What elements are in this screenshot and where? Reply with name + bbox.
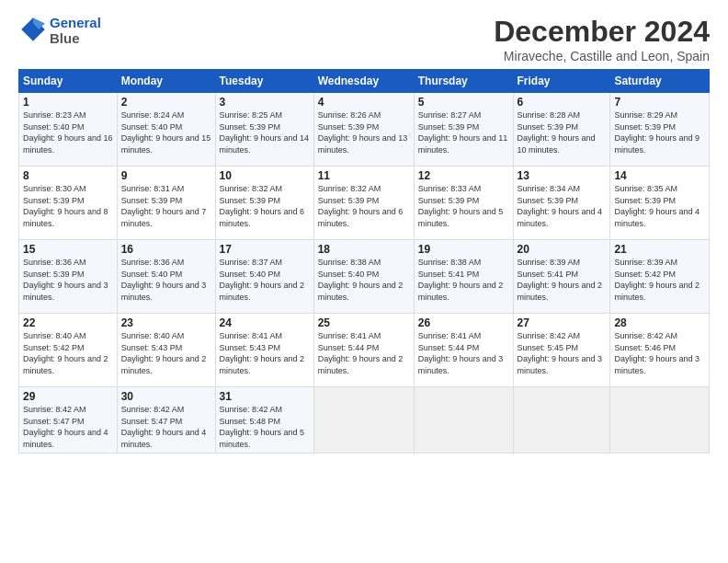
calendar-cell — [513, 387, 610, 454]
col-thursday: Thursday — [414, 70, 513, 93]
day-info: Sunrise: 8:30 AM Sunset: 5:39 PM Dayligh… — [23, 183, 113, 229]
day-info: Sunrise: 8:41 AM Sunset: 5:44 PM Dayligh… — [418, 330, 509, 376]
col-monday: Monday — [117, 70, 215, 93]
day-info: Sunrise: 8:42 AM Sunset: 5:47 PM Dayligh… — [23, 404, 113, 450]
calendar-cell: 21Sunrise: 8:39 AM Sunset: 5:42 PM Dayli… — [610, 240, 710, 314]
day-number: 24 — [220, 316, 310, 329]
calendar-cell: 31Sunrise: 8:42 AM Sunset: 5:48 PM Dayli… — [215, 387, 313, 454]
day-number: 26 — [418, 316, 509, 329]
page: General Blue December 2024 Miraveche, Ca… — [0, 0, 728, 563]
calendar-cell: 29Sunrise: 8:42 AM Sunset: 5:47 PM Dayli… — [19, 387, 118, 454]
calendar-cell: 27Sunrise: 8:42 AM Sunset: 5:45 PM Dayli… — [513, 314, 610, 387]
col-tuesday: Tuesday — [215, 70, 313, 93]
day-info: Sunrise: 8:28 AM Sunset: 5:39 PM Dayligh… — [518, 109, 607, 155]
calendar-cell: 26Sunrise: 8:41 AM Sunset: 5:44 PM Dayli… — [414, 314, 513, 387]
calendar-cell: 6Sunrise: 8:28 AM Sunset: 5:39 PM Daylig… — [513, 93, 610, 167]
day-number: 8 — [23, 169, 113, 182]
calendar-cell — [313, 387, 414, 454]
day-info: Sunrise: 8:42 AM Sunset: 5:47 PM Dayligh… — [121, 404, 211, 450]
day-info: Sunrise: 8:26 AM Sunset: 5:39 PM Dayligh… — [318, 109, 410, 155]
day-info: Sunrise: 8:29 AM Sunset: 5:39 PM Dayligh… — [614, 109, 705, 155]
day-number: 28 — [614, 316, 705, 329]
calendar-cell: 5Sunrise: 8:27 AM Sunset: 5:39 PM Daylig… — [414, 93, 513, 167]
day-info: Sunrise: 8:27 AM Sunset: 5:39 PM Dayligh… — [418, 109, 509, 155]
calendar: Sunday Monday Tuesday Wednesday Thursday… — [18, 69, 710, 454]
calendar-cell: 15Sunrise: 8:36 AM Sunset: 5:39 PM Dayli… — [19, 240, 118, 314]
day-number: 11 — [318, 169, 410, 182]
day-info: Sunrise: 8:38 AM Sunset: 5:41 PM Dayligh… — [418, 257, 509, 303]
day-number: 10 — [220, 169, 310, 182]
day-info: Sunrise: 8:39 AM Sunset: 5:42 PM Dayligh… — [614, 257, 705, 303]
day-number: 25 — [318, 316, 410, 329]
calendar-cell: 20Sunrise: 8:39 AM Sunset: 5:41 PM Dayli… — [513, 240, 610, 314]
logo-text: General Blue — [50, 15, 101, 46]
calendar-cell: 12Sunrise: 8:33 AM Sunset: 5:39 PM Dayli… — [414, 167, 513, 240]
day-info: Sunrise: 8:42 AM Sunset: 5:45 PM Dayligh… — [518, 330, 607, 376]
calendar-header-row: Sunday Monday Tuesday Wednesday Thursday… — [19, 70, 710, 93]
col-sunday: Sunday — [19, 70, 118, 93]
day-info: Sunrise: 8:37 AM Sunset: 5:40 PM Dayligh… — [220, 257, 310, 303]
day-number: 1 — [23, 96, 113, 109]
calendar-cell: 13Sunrise: 8:34 AM Sunset: 5:39 PM Dayli… — [513, 167, 610, 240]
calendar-cell: 19Sunrise: 8:38 AM Sunset: 5:41 PM Dayli… — [414, 240, 513, 314]
day-number: 19 — [418, 243, 509, 256]
day-number: 2 — [121, 96, 211, 109]
day-number: 23 — [121, 316, 211, 329]
logo: General Blue — [18, 15, 101, 46]
day-info: Sunrise: 8:25 AM Sunset: 5:39 PM Dayligh… — [220, 109, 310, 155]
calendar-cell: 17Sunrise: 8:37 AM Sunset: 5:40 PM Dayli… — [215, 240, 313, 314]
calendar-cell: 24Sunrise: 8:41 AM Sunset: 5:43 PM Dayli… — [215, 314, 313, 387]
day-number: 16 — [121, 243, 211, 256]
day-info: Sunrise: 8:40 AM Sunset: 5:43 PM Dayligh… — [121, 330, 211, 376]
day-number: 4 — [318, 96, 410, 109]
day-number: 13 — [518, 169, 607, 182]
calendar-cell: 4Sunrise: 8:26 AM Sunset: 5:39 PM Daylig… — [313, 93, 414, 167]
day-number: 5 — [418, 96, 509, 109]
day-info: Sunrise: 8:32 AM Sunset: 5:39 PM Dayligh… — [220, 183, 310, 229]
day-number: 18 — [318, 243, 410, 256]
col-saturday: Saturday — [610, 70, 710, 93]
day-info: Sunrise: 8:42 AM Sunset: 5:48 PM Dayligh… — [220, 404, 310, 450]
day-number: 27 — [518, 316, 607, 329]
day-number: 3 — [220, 96, 310, 109]
day-info: Sunrise: 8:35 AM Sunset: 5:39 PM Dayligh… — [614, 183, 705, 229]
day-number: 31 — [220, 390, 310, 403]
day-info: Sunrise: 8:41 AM Sunset: 5:44 PM Dayligh… — [318, 330, 410, 376]
day-number: 30 — [121, 390, 211, 403]
logo-icon — [18, 15, 48, 44]
day-number: 20 — [518, 243, 607, 256]
calendar-cell: 16Sunrise: 8:36 AM Sunset: 5:40 PM Dayli… — [117, 240, 215, 314]
day-info: Sunrise: 8:31 AM Sunset: 5:39 PM Dayligh… — [121, 183, 211, 229]
day-info: Sunrise: 8:36 AM Sunset: 5:40 PM Dayligh… — [121, 257, 211, 303]
day-number: 9 — [121, 169, 211, 182]
day-info: Sunrise: 8:38 AM Sunset: 5:40 PM Dayligh… — [318, 257, 410, 303]
calendar-cell: 18Sunrise: 8:38 AM Sunset: 5:40 PM Dayli… — [313, 240, 414, 314]
calendar-cell: 8Sunrise: 8:30 AM Sunset: 5:39 PM Daylig… — [19, 167, 118, 240]
calendar-cell: 28Sunrise: 8:42 AM Sunset: 5:46 PM Dayli… — [610, 314, 710, 387]
day-number: 6 — [518, 96, 607, 109]
day-info: Sunrise: 8:23 AM Sunset: 5:40 PM Dayligh… — [23, 109, 113, 155]
day-info: Sunrise: 8:41 AM Sunset: 5:43 PM Dayligh… — [220, 330, 310, 376]
calendar-cell: 11Sunrise: 8:32 AM Sunset: 5:39 PM Dayli… — [313, 167, 414, 240]
calendar-cell: 30Sunrise: 8:42 AM Sunset: 5:47 PM Dayli… — [117, 387, 215, 454]
day-number: 22 — [23, 316, 113, 329]
day-info: Sunrise: 8:32 AM Sunset: 5:39 PM Dayligh… — [318, 183, 410, 229]
location-title: Miraveche, Castille and Leon, Spain — [494, 49, 710, 63]
calendar-cell — [610, 387, 710, 454]
day-info: Sunrise: 8:39 AM Sunset: 5:41 PM Dayligh… — [518, 257, 607, 303]
day-number: 14 — [614, 169, 705, 182]
day-info: Sunrise: 8:40 AM Sunset: 5:42 PM Dayligh… — [23, 330, 113, 376]
day-number: 29 — [23, 390, 113, 403]
calendar-cell: 3Sunrise: 8:25 AM Sunset: 5:39 PM Daylig… — [215, 93, 313, 167]
header: General Blue December 2024 Miraveche, Ca… — [18, 15, 710, 63]
day-info: Sunrise: 8:36 AM Sunset: 5:39 PM Dayligh… — [23, 257, 113, 303]
calendar-cell: 14Sunrise: 8:35 AM Sunset: 5:39 PM Dayli… — [610, 167, 710, 240]
calendar-cell: 1Sunrise: 8:23 AM Sunset: 5:40 PM Daylig… — [19, 93, 118, 167]
calendar-cell: 22Sunrise: 8:40 AM Sunset: 5:42 PM Dayli… — [19, 314, 118, 387]
col-friday: Friday — [513, 70, 610, 93]
calendar-cell: 9Sunrise: 8:31 AM Sunset: 5:39 PM Daylig… — [117, 167, 215, 240]
calendar-cell: 23Sunrise: 8:40 AM Sunset: 5:43 PM Dayli… — [117, 314, 215, 387]
day-number: 15 — [23, 243, 113, 256]
day-info: Sunrise: 8:42 AM Sunset: 5:46 PM Dayligh… — [614, 330, 705, 376]
calendar-cell — [414, 387, 513, 454]
